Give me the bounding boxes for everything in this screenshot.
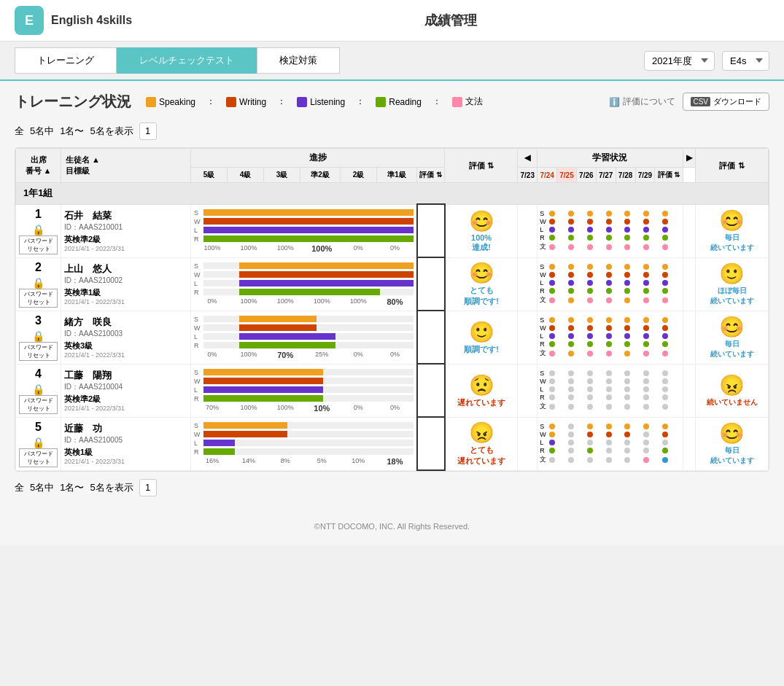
eval-cell-1: 😊 100%達成! [445,204,518,257]
prev-arrow[interactable]: ◀ [518,149,537,168]
date-725: 7/25 [557,168,577,183]
legend: Speaking ： Writing ： Listening ： Reading… [146,96,483,108]
section-label: 1年1組 [16,183,769,205]
date-724: 7/24 [537,168,557,183]
reset-btn-4[interactable]: 🔒 パスワードリセット [19,383,58,414]
reset-btn-1[interactable]: 🔒 パスワードリセット [19,224,58,254]
att-cell-3: 3 🔒 パスワードリセット [16,311,61,364]
prog-eval-cell-5 [417,417,445,470]
study-eval-cell-3: 😊 毎日続いています [696,311,769,364]
grade-4: 4級 [228,168,264,183]
date-727: 7/27 [596,168,616,183]
nav-selects: 2021年度 E4s [644,51,769,71]
logo: E [15,6,44,35]
page-title: 成績管理 [132,12,769,29]
progress-header: 進捗 [191,149,445,168]
prog-eval-cell-4 [417,364,445,417]
status-bar: トレーニング状況 Speaking ： Writing ： Listening … [15,92,769,112]
progress-cell-2: S W L R 0%100%100%100%100%80% [191,257,417,311]
writing-label: Writing [239,97,266,107]
legend-writing: Writing [226,97,266,107]
grade-jun2: 準2級 [300,168,341,183]
reset-btn-5[interactable]: 🔒 パスワードリセット [19,437,58,467]
eval-cell-4: 😟 遅れています [445,364,518,417]
filter-display: 5名を表示 [90,125,133,138]
progress-cell-5: S W L R 16%14%8%5%10%18% [191,417,417,470]
section-title: トレーニング状況 [15,92,131,112]
footer-page-1-button[interactable]: 1 [139,479,157,496]
eval-info-button[interactable]: ℹ️ 評価について [609,96,675,108]
writing-color [226,97,236,107]
csv-download-button[interactable]: CSV ダウンロード [683,93,769,111]
att-cell-4: 4 🔒 パスワードリセット [16,364,61,417]
student-name-1: 石井 結菜 [64,209,187,222]
tab-exam-prep[interactable]: 検定対策 [257,47,340,74]
student-row-2: 2 🔒 パスワードリセット 上山 悠人 ID：AAAS210002 英検準1級 … [16,257,769,311]
name-cell-1: 石井 結菜 ID：AAAS210001 英検準2級 2021/4/1 - 202… [61,204,191,257]
filter-total: 全 [15,125,24,138]
reset-btn-3[interactable]: 🔒 パスワードリセット [19,330,58,361]
tab-level-check[interactable]: レベルチェックテスト [117,47,257,74]
student-period-1: 2021/4/1 - 2022/3/31 [64,245,187,252]
class-select[interactable]: E4s [722,51,769,71]
section-header-row: 1年1組 [16,183,769,205]
study-eval-cell-4: 😠 続いていません [696,364,769,417]
eval-info-label: 評価について [623,96,675,108]
att-header: 出席番号 ▲ [16,149,61,183]
eval-cell-5: 😠 とても遅れています [445,417,518,470]
footer-total: 全 [15,481,24,494]
name-cell-5: 近藤 功 ID：AAAS210005 英検1級 2021/4/1 - 2022/… [61,417,191,470]
next-arrow[interactable]: ▶ [683,149,695,168]
student-id-1: ID：AAAS210001 [64,222,187,233]
status-actions: ℹ️ 評価について CSV ダウンロード [609,93,769,111]
name-cell-2: 上山 悠人 ID：AAAS210002 英検準1級 2021/4/1 - 202… [61,257,191,311]
study-dots-cell-3: S W L R 文 [537,311,683,364]
att-cell-1: 1 🔒 パスワードリセット [16,204,61,257]
grade-2: 2級 [341,168,377,183]
study-dots-cell-4: S W L R 文 [537,364,683,417]
study-eval-sub: 評価 ⇅ [655,168,683,183]
filter-bar: 全 5名中 1名〜 5名を表示 1 [15,122,769,140]
student-row-3: 3 🔒 パスワードリセット 緒方 咲良 ID：AAAS210003 英検3級 2… [16,311,769,364]
legend-speaking: Speaking [146,97,195,107]
reading-label: Reading [389,97,422,107]
filter-count: 5名中 [30,125,54,138]
legend-reading: Reading [376,97,422,107]
footer-display: 5名を表示 [90,481,133,494]
study-dots-cell-2: S W L R 文 [537,257,683,311]
filter-from: 1名〜 [60,125,84,138]
footer-from: 1名〜 [60,481,84,494]
student-row-4: 4 🔒 パスワードリセット 工藤 陽翔 ID：AAAS210004 英検準2級 … [16,364,769,417]
eval-cell-2: 😊 とても順調です! [445,257,518,311]
progress-cell-4: S W L R 70%100%100%10%0%0% [191,364,417,417]
student-level-1: 英検準2級 [64,234,187,245]
download-label: ダウンロード [713,96,761,107]
date-729: 7/29 [635,168,655,183]
csv-icon: CSV [691,97,710,106]
study-next-cell-1 [683,204,695,257]
date-723: 7/23 [518,168,537,183]
year-select[interactable]: 2021年度 [644,51,715,71]
reset-btn-2[interactable]: 🔒 パスワードリセット [19,277,58,308]
prog-eval-sub: 評価 ⇅ [417,168,445,183]
grade-5: 5級 [191,168,228,183]
student-row-5: 5 🔒 パスワードリセット 近藤 功 ID：AAAS210005 英検1級 20… [16,417,769,470]
study-eval-cell-1: 😊 毎日続いています [696,204,769,257]
eval-cell-3: 🙂 順調です! [445,311,518,364]
footer-filter-bar: 全 5名中 1名〜 5名を表示 1 [15,479,769,496]
speaking-label: Speaking [159,97,195,107]
eval-header: 評価 ⇅ [445,149,518,183]
grade-3: 3級 [264,168,300,183]
page-1-button[interactable]: 1 [139,122,157,140]
name-cell-3: 緒方 咲良 ID：AAAS210003 英検3級 2021/4/1 - 2022… [61,311,191,364]
study-eval-header: 評価 ⇅ [696,149,769,183]
prog-eval-cell-1 [417,204,445,257]
main-content: トレーニング状況 Speaking ： Writing ： Listening … [0,81,784,507]
tab-training[interactable]: トレーニング [15,47,117,74]
progress-cell-3: S W L R 0%100%70%25%0%0% [191,311,417,364]
main-table: 出席番号 ▲ 生徒名 ▲目標級 進捗 評価 ⇅ ◀ 学習状況 ▶ 評価 ⇅ 5級… [15,148,769,471]
grammar-color [452,97,462,107]
study-dots-cell-5: S W L R 文 [537,417,683,470]
student-row-1: 1 🔒 パスワードリセット 石井 結菜 ID：AAAS210001 英検準2級 … [16,204,769,257]
progress-cell-1: S W L R 100%100%100%100%0%0% [191,204,417,257]
